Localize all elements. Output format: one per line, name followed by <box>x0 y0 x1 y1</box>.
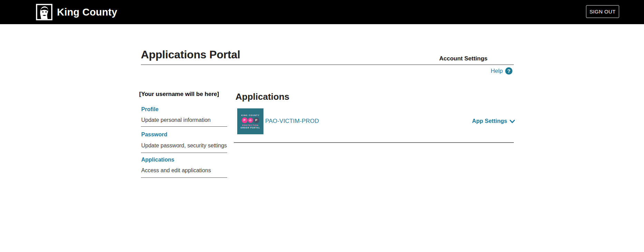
sidebar-divider <box>141 126 227 127</box>
help-label: Help <box>491 68 503 75</box>
pop-icon-text-protection: PROTECTION <box>242 124 258 126</box>
username-placeholder: [Your username will be here] <box>139 91 219 98</box>
pop-icon-text-top: KING COUNTY <box>241 114 260 116</box>
account-settings-link[interactable]: Account Settings <box>439 55 488 62</box>
sidebar-item-applications-description: Access and edit applications <box>141 167 211 174</box>
sidebar-item-password-description: Update password, security settings <box>141 143 227 149</box>
sidebar-item-profile[interactable]: Profile <box>141 106 158 113</box>
pop-app-icon[interactable]: KING COUNTY P O P PROTECTION ORDER PORTA… <box>237 108 263 134</box>
applications-heading: Applications <box>236 91 289 102</box>
brand-name: King County <box>57 7 117 18</box>
pop-letter-o: O <box>248 118 253 123</box>
help-link[interactable]: Help ? <box>491 67 512 75</box>
top-header: King County SIGN OUT <box>0 0 644 24</box>
sidebar-divider <box>141 153 227 153</box>
sign-out-button[interactable]: SIGN OUT <box>586 5 619 18</box>
app-link-pao-victim-prod[interactable]: PAO-VICTIM-PROD <box>265 118 319 125</box>
pop-icon-text-order-portal: ORDER PORTAL <box>240 127 260 129</box>
help-question-icon: ? <box>505 67 512 75</box>
page-title: Applications Portal <box>141 48 240 61</box>
app-row-divider <box>234 142 514 143</box>
sidebar-item-profile-description: Update personal information <box>141 117 211 123</box>
sidebar-item-password[interactable]: Password <box>141 132 167 138</box>
app-settings-button[interactable]: App Settings <box>472 118 515 124</box>
pop-icon-letters: P O P <box>242 117 259 123</box>
chevron-down-icon <box>510 120 515 123</box>
pop-letter-p2: P <box>253 117 259 123</box>
applications-portal-page: King County SIGN OUT Applications Portal… <box>0 0 644 252</box>
pop-letter-p1: P <box>242 117 248 123</box>
king-county-logo[interactable]: King County <box>36 0 117 24</box>
title-divider <box>141 65 514 65</box>
sidebar-item-applications[interactable]: Applications <box>141 157 174 163</box>
mlk-face-icon <box>36 4 52 20</box>
sidebar-divider <box>141 177 227 178</box>
app-settings-label: App Settings <box>472 118 507 124</box>
